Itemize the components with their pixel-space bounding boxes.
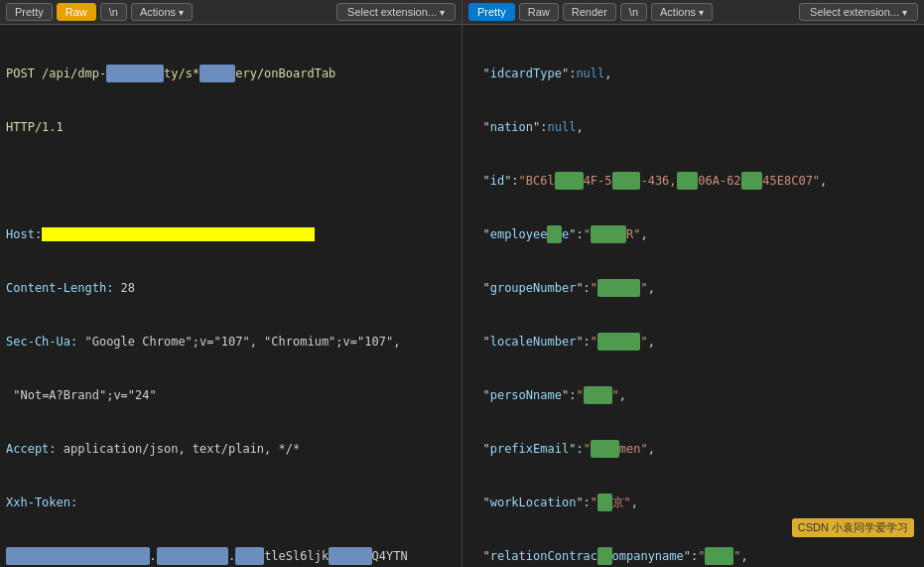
http-version-line: HTTP/1.1 <box>6 118 456 136</box>
blank-line-1 <box>6 172 456 190</box>
left-actions-button[interactable]: Actions <box>131 3 193 21</box>
accept-header: Accept: application/json, text/plain, */… <box>6 440 456 458</box>
left-panel: Pretty Raw \n Actions Select extension..… <box>0 0 462 567</box>
json-line-workLocation: "workLocation":" 京", <box>468 494 918 511</box>
right-select-extension-button[interactable]: Select extension... <box>799 3 918 21</box>
json-line-persoNname: "persoNname":" ", <box>468 386 918 404</box>
left-tab-pretty[interactable]: Pretty <box>6 3 53 21</box>
xxh-token-header: Xxh-Token: <box>6 494 456 511</box>
content-length-header: Content-Length: 28 <box>6 279 456 297</box>
right-tab-newline[interactable]: \n <box>620 3 647 21</box>
right-tab-raw[interactable]: Raw <box>519 3 559 21</box>
left-toolbar: Pretty Raw \n Actions Select extension..… <box>0 0 462 25</box>
json-line-localeNumber: "localeNumber":" ", <box>468 333 918 351</box>
json-line-relationContract: "relationContrac ompanyname":" ", <box>468 547 918 565</box>
left-tab-newline[interactable]: \n <box>100 3 127 21</box>
left-select-extension-button[interactable]: Select extension... <box>336 3 456 21</box>
json-line-prefixEmail: "prefixEmail":" men", <box>468 440 918 458</box>
json-line-id: "id":"BC6l 4F-5 -436, 06A-62 45E8C07", <box>468 172 918 190</box>
left-tab-raw[interactable]: Raw <box>57 3 96 21</box>
right-tab-pretty[interactable]: Pretty <box>468 3 515 21</box>
right-toolbar: Pretty Raw Render \n Actions Select exte… <box>462 0 924 25</box>
request-method-line: POST /api/dmp- ty/s* ery/onBoardTab <box>6 65 456 82</box>
right-tab-render[interactable]: Render <box>563 3 616 21</box>
sec-ch-ua-header: Sec-Ch-Ua: "Google Chrome";v="107", "Chr… <box>6 333 456 351</box>
host-header: Host: <box>6 225 456 243</box>
json-line-nation: "nation":null, <box>468 118 918 136</box>
watermark: CSDN 小袁同学爱学习 <box>792 518 914 537</box>
json-line-groupeNumber: "groupeNumber":" ", <box>468 279 918 297</box>
left-content: POST /api/dmp- ty/s* ery/onBoardTab HTTP… <box>0 25 462 567</box>
token-line-1: eyJhbGci0iJIUHlhMiJ9.jeh2debl91.2h tleSl… <box>6 547 456 565</box>
json-line-idcardType: "idcardType":null, <box>468 65 918 82</box>
json-line-employee: "employee e":" R", <box>468 225 918 243</box>
right-actions-button[interactable]: Actions <box>651 3 713 21</box>
right-panel: Pretty Raw Render \n Actions Select exte… <box>462 0 924 567</box>
sec-ch-ua-cont: "Not=A?Brand";v="24" <box>6 386 456 404</box>
right-content: "idcardType":null, "nation":null, "id":"… <box>462 25 924 567</box>
